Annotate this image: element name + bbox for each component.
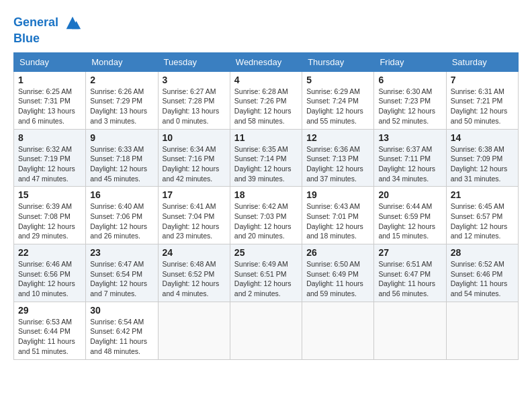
weekday-header-sunday: Sunday bbox=[14, 52, 86, 71]
day-info: Sunrise: 6:36 AM Sunset: 7:13 PM Dayligh… bbox=[306, 144, 369, 184]
weekday-header-monday: Monday bbox=[86, 52, 158, 71]
calendar-table: SundayMondayTuesdayWednesdayThursdayFrid… bbox=[13, 52, 519, 360]
calendar-cell: 10 Sunrise: 6:34 AM Sunset: 7:16 PM Dayl… bbox=[158, 129, 230, 187]
calendar-cell: 7 Sunrise: 6:31 AM Sunset: 7:21 PM Dayli… bbox=[446, 71, 518, 129]
day-info: Sunrise: 6:29 AM Sunset: 7:24 PM Dayligh… bbox=[306, 87, 369, 126]
calendar-cell: 20 Sunrise: 6:44 AM Sunset: 6:59 PM Dayl… bbox=[374, 187, 446, 244]
day-info: Sunrise: 6:30 AM Sunset: 7:23 PM Dayligh… bbox=[378, 87, 441, 126]
day-info: Sunrise: 6:49 AM Sunset: 6:51 PM Dayligh… bbox=[234, 259, 298, 299]
day-number: 5 bbox=[306, 75, 369, 85]
day-number: 24 bbox=[163, 247, 226, 258]
calendar-cell: 29 Sunrise: 6:53 AM Sunset: 6:44 PM Dayl… bbox=[14, 302, 86, 359]
weekday-header-friday: Friday bbox=[374, 52, 446, 71]
day-info: Sunrise: 6:43 AM Sunset: 7:01 PM Dayligh… bbox=[306, 201, 369, 241]
weekday-header-wednesday: Wednesday bbox=[230, 52, 302, 71]
day-info: Sunrise: 6:39 AM Sunset: 7:08 PM Dayligh… bbox=[18, 201, 81, 241]
day-info: Sunrise: 6:42 AM Sunset: 7:03 PM Dayligh… bbox=[234, 201, 298, 241]
day-number: 15 bbox=[18, 189, 81, 200]
day-info: Sunrise: 6:32 AM Sunset: 7:19 PM Dayligh… bbox=[18, 144, 81, 184]
day-number: 23 bbox=[90, 247, 153, 258]
calendar-cell bbox=[230, 302, 302, 359]
calendar-cell: 28 Sunrise: 6:52 AM Sunset: 6:46 PM Dayl… bbox=[446, 244, 518, 302]
calendar-cell: 16 Sunrise: 6:40 AM Sunset: 7:06 PM Dayl… bbox=[86, 187, 158, 244]
day-info: Sunrise: 6:27 AM Sunset: 7:28 PM Dayligh… bbox=[163, 87, 226, 126]
calendar-cell: 18 Sunrise: 6:42 AM Sunset: 7:03 PM Dayl… bbox=[230, 187, 302, 244]
calendar-cell: 26 Sunrise: 6:50 AM Sunset: 6:49 PM Dayl… bbox=[302, 244, 374, 302]
logo-subtext: Blue bbox=[13, 32, 82, 46]
day-info: Sunrise: 6:31 AM Sunset: 7:21 PM Dayligh… bbox=[451, 87, 514, 126]
calendar-cell: 6 Sunrise: 6:30 AM Sunset: 7:23 PM Dayli… bbox=[374, 71, 446, 129]
day-number: 4 bbox=[234, 75, 298, 85]
calendar-week-1: 1 Sunrise: 6:25 AM Sunset: 7:31 PM Dayli… bbox=[14, 71, 519, 129]
day-number: 12 bbox=[306, 132, 369, 143]
logo: General Blue bbox=[13, 13, 82, 46]
day-info: Sunrise: 6:25 AM Sunset: 7:31 PM Dayligh… bbox=[18, 87, 81, 126]
weekday-header-tuesday: Tuesday bbox=[158, 52, 230, 71]
calendar-cell: 14 Sunrise: 6:38 AM Sunset: 7:09 PM Dayl… bbox=[446, 129, 518, 187]
day-info: Sunrise: 6:53 AM Sunset: 6:44 PM Dayligh… bbox=[18, 317, 81, 357]
calendar-cell: 25 Sunrise: 6:49 AM Sunset: 6:51 PM Dayl… bbox=[230, 244, 302, 302]
calendar-cell: 19 Sunrise: 6:43 AM Sunset: 7:01 PM Dayl… bbox=[302, 187, 374, 244]
day-info: Sunrise: 6:35 AM Sunset: 7:14 PM Dayligh… bbox=[234, 144, 298, 184]
day-info: Sunrise: 6:52 AM Sunset: 6:46 PM Dayligh… bbox=[451, 259, 514, 299]
day-info: Sunrise: 6:48 AM Sunset: 6:52 PM Dayligh… bbox=[163, 259, 226, 299]
day-info: Sunrise: 6:41 AM Sunset: 7:04 PM Dayligh… bbox=[163, 201, 226, 241]
calendar-week-5: 29 Sunrise: 6:53 AM Sunset: 6:44 PM Dayl… bbox=[14, 302, 519, 359]
day-number: 21 bbox=[451, 189, 514, 200]
day-info: Sunrise: 6:47 AM Sunset: 6:54 PM Dayligh… bbox=[90, 259, 153, 299]
calendar-cell: 30 Sunrise: 6:54 AM Sunset: 6:42 PM Dayl… bbox=[86, 302, 158, 359]
day-number: 13 bbox=[378, 132, 441, 143]
calendar-cell bbox=[446, 302, 518, 359]
weekday-header-thursday: Thursday bbox=[302, 52, 374, 71]
day-number: 26 bbox=[306, 247, 369, 258]
calendar-cell: 2 Sunrise: 6:26 AM Sunset: 7:29 PM Dayli… bbox=[86, 71, 158, 129]
calendar-cell: 11 Sunrise: 6:35 AM Sunset: 7:14 PM Dayl… bbox=[230, 129, 302, 187]
calendar-week-2: 8 Sunrise: 6:32 AM Sunset: 7:19 PM Dayli… bbox=[14, 129, 519, 187]
day-number: 27 bbox=[378, 247, 441, 258]
day-number: 20 bbox=[378, 189, 441, 200]
logo-text: General bbox=[13, 13, 82, 32]
calendar-cell: 3 Sunrise: 6:27 AM Sunset: 7:28 PM Dayli… bbox=[158, 71, 230, 129]
day-number: 17 bbox=[163, 189, 226, 200]
calendar-cell: 22 Sunrise: 6:46 AM Sunset: 6:56 PM Dayl… bbox=[14, 244, 86, 302]
calendar-cell: 21 Sunrise: 6:45 AM Sunset: 6:57 PM Dayl… bbox=[446, 187, 518, 244]
calendar-cell: 1 Sunrise: 6:25 AM Sunset: 7:31 PM Dayli… bbox=[14, 71, 86, 129]
calendar-cell: 13 Sunrise: 6:37 AM Sunset: 7:11 PM Dayl… bbox=[374, 129, 446, 187]
day-info: Sunrise: 6:54 AM Sunset: 6:42 PM Dayligh… bbox=[90, 317, 153, 357]
day-info: Sunrise: 6:44 AM Sunset: 6:59 PM Dayligh… bbox=[378, 201, 441, 241]
day-number: 1 bbox=[18, 75, 81, 85]
day-number: 11 bbox=[234, 132, 298, 143]
calendar-cell bbox=[374, 302, 446, 359]
day-info: Sunrise: 6:33 AM Sunset: 7:18 PM Dayligh… bbox=[90, 144, 153, 184]
day-number: 22 bbox=[18, 247, 81, 258]
calendar-body: 1 Sunrise: 6:25 AM Sunset: 7:31 PM Dayli… bbox=[14, 71, 519, 359]
day-info: Sunrise: 6:26 AM Sunset: 7:29 PM Dayligh… bbox=[90, 87, 153, 126]
day-number: 9 bbox=[90, 132, 153, 143]
day-number: 8 bbox=[18, 132, 81, 143]
day-number: 14 bbox=[451, 132, 514, 143]
calendar-header-row: SundayMondayTuesdayWednesdayThursdayFrid… bbox=[14, 52, 519, 71]
day-info: Sunrise: 6:37 AM Sunset: 7:11 PM Dayligh… bbox=[378, 144, 441, 184]
calendar-cell: 24 Sunrise: 6:48 AM Sunset: 6:52 PM Dayl… bbox=[158, 244, 230, 302]
day-number: 28 bbox=[451, 247, 514, 258]
calendar-cell: 12 Sunrise: 6:36 AM Sunset: 7:13 PM Dayl… bbox=[302, 129, 374, 187]
day-info: Sunrise: 6:38 AM Sunset: 7:09 PM Dayligh… bbox=[451, 144, 514, 184]
page-header: General Blue bbox=[13, 13, 519, 46]
weekday-header-saturday: Saturday bbox=[446, 52, 518, 71]
calendar-cell bbox=[302, 302, 374, 359]
calendar-cell: 15 Sunrise: 6:39 AM Sunset: 7:08 PM Dayl… bbox=[14, 187, 86, 244]
day-number: 16 bbox=[90, 189, 153, 200]
calendar-cell: 5 Sunrise: 6:29 AM Sunset: 7:24 PM Dayli… bbox=[302, 71, 374, 129]
day-info: Sunrise: 6:28 AM Sunset: 7:26 PM Dayligh… bbox=[234, 87, 298, 126]
calendar-week-4: 22 Sunrise: 6:46 AM Sunset: 6:56 PM Dayl… bbox=[14, 244, 519, 302]
day-number: 7 bbox=[451, 75, 514, 85]
day-number: 6 bbox=[378, 75, 441, 85]
day-number: 2 bbox=[90, 75, 153, 85]
day-number: 3 bbox=[163, 75, 226, 85]
day-info: Sunrise: 6:45 AM Sunset: 6:57 PM Dayligh… bbox=[451, 201, 514, 241]
calendar-cell: 17 Sunrise: 6:41 AM Sunset: 7:04 PM Dayl… bbox=[158, 187, 230, 244]
day-info: Sunrise: 6:34 AM Sunset: 7:16 PM Dayligh… bbox=[163, 144, 226, 184]
day-number: 18 bbox=[234, 189, 298, 200]
calendar-cell: 9 Sunrise: 6:33 AM Sunset: 7:18 PM Dayli… bbox=[86, 129, 158, 187]
day-number: 30 bbox=[90, 305, 153, 316]
